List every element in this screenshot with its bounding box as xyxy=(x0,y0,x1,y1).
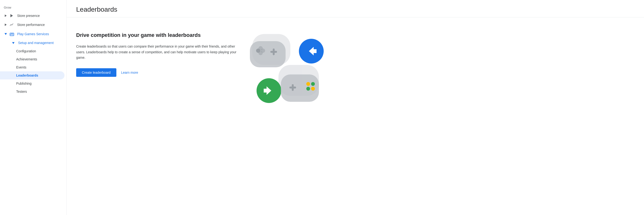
content-left: Drive competition in your game with lead… xyxy=(76,32,238,77)
expand-icon-store-presence xyxy=(4,14,8,17)
svg-point-24 xyxy=(311,82,315,86)
sidebar-item-label-testers: Testers xyxy=(16,90,27,93)
sidebar-item-setup-management[interactable]: Setup and management xyxy=(0,39,64,47)
sidebar-item-leaderboards[interactable]: Leaderboards xyxy=(0,71,64,79)
leaderboard-illustration xyxy=(248,32,324,113)
sidebar-item-play-games-services[interactable]: Play Games Services xyxy=(0,29,64,39)
sidebar-item-label-store-performance: Store performance xyxy=(17,23,45,27)
learn-more-link[interactable]: Learn more xyxy=(121,71,138,74)
illustration-area xyxy=(248,32,324,113)
sidebar-item-store-presence[interactable]: Store presence xyxy=(0,11,64,20)
create-leaderboard-button[interactable]: Create leaderboard xyxy=(76,68,116,77)
sidebar-item-label-store-presence: Store presence xyxy=(17,14,40,17)
sidebar-item-publishing[interactable]: Publishing xyxy=(0,79,64,87)
expand-icon-store-performance xyxy=(4,23,8,27)
svg-point-25 xyxy=(306,87,310,91)
svg-point-6 xyxy=(13,35,14,35)
sidebar-item-label-play-games-services: Play Games Services xyxy=(17,32,49,36)
svg-marker-0 xyxy=(10,14,13,17)
sidebar: Grow Store presence Store performance xyxy=(0,0,67,215)
svg-point-5 xyxy=(13,34,14,34)
sidebar-item-label-events: Events xyxy=(16,65,26,69)
content-area: Drive competition in your game with lead… xyxy=(67,17,644,122)
content-description: Create leaderboards so that users can co… xyxy=(76,44,238,61)
main-content: Leaderboards Drive competition in your g… xyxy=(67,0,644,215)
svg-point-23 xyxy=(306,82,310,86)
sidebar-item-label-leaderboards: Leaderboards xyxy=(16,73,38,77)
play-games-services-icon xyxy=(10,32,14,36)
expand-icon-setup-management xyxy=(12,41,15,45)
page-header: Leaderboards xyxy=(67,0,644,17)
actions-row: Create leaderboard Learn more xyxy=(76,68,238,77)
store-presence-icon xyxy=(10,13,14,18)
sidebar-item-achievements[interactable]: Achievements xyxy=(0,55,64,63)
svg-point-15 xyxy=(258,51,263,55)
store-performance-icon xyxy=(10,22,14,27)
svg-point-14 xyxy=(258,46,263,50)
expand-icon-play-games-services xyxy=(4,32,8,36)
sidebar-section-grow: Grow xyxy=(0,4,66,11)
sidebar-item-events[interactable]: Events xyxy=(0,63,64,71)
sidebar-item-label-setup-management: Setup and management xyxy=(18,41,54,45)
svg-rect-11 xyxy=(250,41,286,67)
sidebar-item-configuration[interactable]: Configuration xyxy=(0,47,64,55)
sidebar-item-store-performance[interactable]: Store performance xyxy=(0,20,64,29)
sidebar-item-label-achievements: Achievements xyxy=(16,57,37,61)
sidebar-item-label-configuration: Configuration xyxy=(16,49,36,53)
sidebar-item-testers[interactable]: Testers xyxy=(0,87,64,96)
page-title: Leaderboards xyxy=(76,6,634,13)
svg-point-26 xyxy=(311,87,315,91)
svg-point-4 xyxy=(10,34,11,35)
content-heading: Drive competition in your game with lead… xyxy=(76,32,238,39)
sidebar-item-label-publishing: Publishing xyxy=(16,82,32,85)
